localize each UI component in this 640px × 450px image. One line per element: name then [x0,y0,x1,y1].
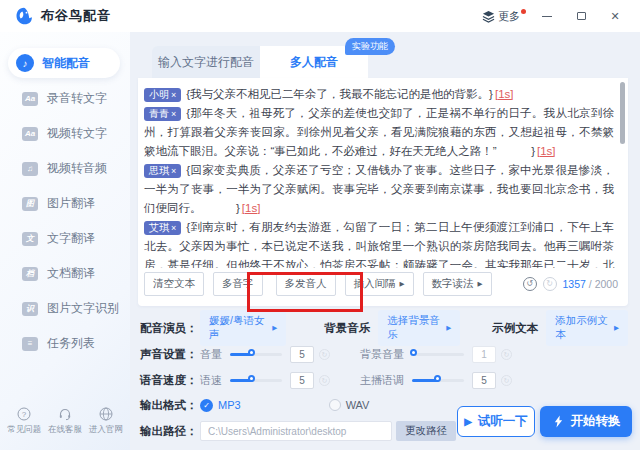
doc-translate-icon: 档 [22,267,38,281]
mic-icon: ♪ [16,54,34,72]
speaker-tag[interactable]: 思琪× [144,164,181,178]
voice-actor-label: 配音演员： [140,321,200,336]
char-counter: 1357 / 2000 [563,278,618,290]
minimize-icon [542,16,552,17]
sidebar: ♪ 智能配音 Aa 录音转文字 Aa 视频转文字 ♫ 视频转音频 图 图片翻 [0,32,130,450]
clear-text-button[interactable]: 清空文本 [144,272,204,296]
insert-pause-button[interactable]: 插入间隔▶ [345,272,414,296]
maximize-icon [577,12,586,20]
multi-speaker-button[interactable]: 多发音人 [276,272,336,296]
redo-icon[interactable]: ↻ [543,277,557,291]
segment-xiaoming: 小明×{我与父亲不相见已二年余了，我最不能忘记的是他的背影。}[1s] [144,88,514,100]
more-menu[interactable]: 更多 [482,9,528,24]
minimize-button[interactable] [532,5,562,27]
speaker-tag[interactable]: 艾琪× [144,221,181,235]
sidebar-item-smart-dubbing[interactable]: ♪ 智能配音 [8,48,120,78]
layers-icon [482,10,495,23]
dropdown-icon: ▶ [446,324,451,332]
output-format-label: 输出格式： [140,398,200,413]
script-editor[interactable]: 小明×{我与父亲不相见已二年余了，我最不能忘记的是他的背影。}[1s] 青青×{… [138,78,628,268]
sidebar-item-text-translate[interactable]: 文 文字翻译 [0,221,130,256]
tone-slider[interactable] [412,374,464,387]
app-window: 布谷鸟配音 更多 ✕ ♪ 智能配音 [0,0,640,450]
segment-aiqi: 艾琪×{到南京时，有朋友约去游逛，勾留了一日；第二日上午便须渡江到浦口，下午上车… [144,218,614,268]
image-translate-icon: 图 [22,197,38,211]
experimental-badge: 实验功能 [345,38,395,55]
reset-icon[interactable]: ↻ [319,375,330,386]
reset-icon[interactable]: ↻ [319,349,330,360]
audio-to-text-icon: Aa [22,92,38,106]
output-path-input[interactable] [200,421,392,441]
more-label: 更多 [498,9,520,24]
text-translate-icon: 文 [22,232,38,246]
sound-settings-label: 声音设置： [140,347,200,362]
close-icon: ✕ [610,10,619,23]
preview-button[interactable]: ▶ 试听一下 [457,406,535,437]
remove-speaker-icon: × [171,109,176,119]
rate-label: 语速 [200,373,222,388]
website-link[interactable]: 进入官网 [89,407,123,436]
sidebar-item-task-list[interactable]: ≡ 任务列表 [0,326,130,361]
segment-qingqing: 青青×{那年冬天，祖母死了，父亲的差使也交卸了，正是祸不单行的日子。我从北京到徐… [144,104,614,161]
output-path-label: 输出路径： [140,424,200,439]
maximize-button[interactable] [566,5,596,27]
editor-toolbar: 清空文本 多音字 多发音人 插入间隔▶ 数字读法▶ ↺ ↻ 1357 / 200… [138,268,628,296]
radio-unchecked-icon [329,399,341,411]
voice-actor-select[interactable]: 媛媛/粤语女声▶ [200,310,286,346]
start-convert-button[interactable]: 开始转换 [540,406,632,437]
task-list-icon: ≡ [22,337,38,351]
sidebar-item-doc-translate[interactable]: 档 文档翻译 [0,256,130,291]
close-button[interactable]: ✕ [600,5,630,27]
format-wav-radio[interactable]: WAV [329,399,370,411]
speech-speed-label: 语音速度： [140,373,200,388]
undo-icon[interactable]: ↺ [523,277,537,291]
reset-icon[interactable]: ↻ [501,349,512,360]
radio-checked-icon: ✓ [200,399,213,412]
titlebar: 布谷鸟配音 更多 ✕ [0,0,640,32]
notification-dot [521,9,526,14]
rate-value[interactable]: 5 [290,372,314,389]
bg-volume-value[interactable]: 1 [472,346,496,363]
reset-icon[interactable]: ↻ [501,375,512,386]
tone-label: 主播语调 [360,373,404,388]
sample-text-label: 示例文本 [492,321,538,336]
dropdown-icon: ▶ [614,324,619,332]
tone-value[interactable]: 5 [472,372,496,389]
sidebar-item-video-to-audio[interactable]: ♫ 视频转音频 [0,151,130,186]
segment-siqi: 思琪×{回家变卖典质，父亲还了亏空；又借钱办了丧事。这些日子，家中光景很是惨淡，… [144,161,614,218]
bgm-label: 背景音乐 [324,321,370,336]
add-sample-text-button[interactable]: 添加示例文本▶ [546,310,628,346]
polyphone-button[interactable]: 多音字 [213,272,263,296]
format-mp3-radio[interactable]: ✓ MP3 [200,399,241,412]
bgm-select[interactable]: 选择背景音乐▶ [378,310,460,346]
speaker-tag[interactable]: 小明× [144,88,181,102]
dropdown-icon: ▶ [400,280,405,288]
faq-link[interactable]: ? 常见问题 [7,407,41,436]
sidebar-item-image-translate[interactable]: 图 图片翻译 [0,186,130,221]
app-title: 布谷鸟配音 [41,7,111,25]
remove-speaker-icon: × [171,90,176,100]
number-reading-button[interactable]: 数字读法▶ [423,272,492,296]
remove-speaker-icon: × [171,223,176,233]
main-panel: 输入文字进行配音 多人配音 实验功能 小明×{我与父亲不相见已二年余了，我最不能… [130,32,640,450]
sidebar-item-video-to-text[interactable]: Aa 视频转文字 [0,116,130,151]
interval-tag[interactable]: [1s] [495,88,514,100]
interval-tag[interactable]: [1s] [537,145,556,157]
volume-value[interactable]: 5 [290,346,314,363]
volume-label: 音量 [200,347,222,362]
sidebar-item-audio-to-text[interactable]: Aa 录音转文字 [0,81,130,116]
headset-icon [58,407,72,421]
change-path-button[interactable]: 更改路径 [396,421,456,441]
sidebar-item-image-ocr[interactable]: 识 图片文字识别 [0,291,130,326]
globe-icon [99,407,113,421]
app-logo-icon [14,6,34,26]
bg-volume-slider[interactable] [412,348,464,361]
online-service-link[interactable]: 在线客服 [48,407,82,436]
volume-slider[interactable] [230,348,282,361]
speaker-tag[interactable]: 青青× [144,107,181,121]
rate-slider[interactable] [230,374,282,387]
interval-tag[interactable]: [1s] [242,202,261,214]
tab-single-voice[interactable]: 输入文字进行配音 [152,46,260,78]
scrollbar-thumb[interactable] [620,82,625,144]
play-icon: ▶ [464,416,472,427]
